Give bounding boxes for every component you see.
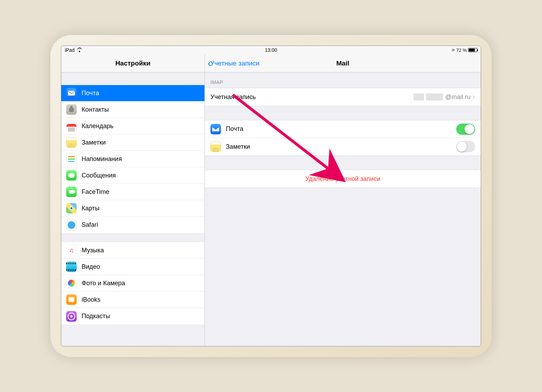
ipad-frame: iPad 13:00 ⟳ 72 % Настройки ПочтаКонтакт… xyxy=(50,35,492,357)
mail-icon xyxy=(210,124,221,134)
sidebar-item-messages[interactable]: Сообщения xyxy=(61,167,204,184)
calendar-icon xyxy=(66,121,77,131)
redacted-block xyxy=(426,93,443,100)
sidebar-item-label: Почта xyxy=(82,90,99,97)
sidebar-item-label: Напоминания xyxy=(82,155,122,163)
detail-title: Mail xyxy=(336,59,349,67)
mail-icon xyxy=(66,88,77,98)
sidebar-title: Настройки xyxy=(115,59,150,67)
device-label: iPad xyxy=(65,47,75,53)
sidebar-item-videos[interactable]: Видео xyxy=(61,259,204,275)
toggle-mail-label: Почта xyxy=(226,125,243,133)
maps-icon xyxy=(66,203,77,214)
music-icon xyxy=(66,245,77,255)
sidebar-item-label: Музыка xyxy=(82,247,104,254)
battery-percent: 72 % xyxy=(456,48,467,53)
messages-icon xyxy=(66,170,77,181)
sidebar-item-ibooks[interactable]: iBooks xyxy=(61,292,204,308)
sidebar-item-safari[interactable]: Safari xyxy=(61,217,204,233)
sidebar-item-music[interactable]: Музыка xyxy=(61,242,204,259)
sidebar-item-label: Фото и Камера xyxy=(82,280,125,287)
svg-rect-0 xyxy=(68,91,75,95)
sidebar-item-label: iBooks xyxy=(82,296,100,303)
wifi-icon xyxy=(77,48,82,52)
sidebar-item-label: Карты xyxy=(82,205,99,212)
delete-account-button[interactable]: Удаление учетной записи xyxy=(205,170,481,188)
orientation-lock-icon: ⟳ xyxy=(452,48,455,52)
toggle-notes-label: Заметки xyxy=(226,143,250,150)
sidebar-item-photos[interactable]: Фото и Камера xyxy=(61,275,204,292)
sidebar-item-label: Календарь xyxy=(82,122,113,130)
toggle-mail[interactable] xyxy=(456,124,475,135)
sidebar-header: Настройки xyxy=(61,54,204,72)
toggle-notes[interactable] xyxy=(456,141,475,152)
settings-sidebar: Настройки ПочтаКонтактыКалендарьЗаметкиН… xyxy=(61,54,205,346)
screen: iPad 13:00 ⟳ 72 % Настройки ПочтаКонтакт… xyxy=(61,46,481,346)
ibooks-icon xyxy=(66,294,77,305)
facetime-icon xyxy=(66,187,77,197)
notes-icon xyxy=(210,141,221,152)
sidebar-item-label: FaceTime xyxy=(82,188,109,196)
chevron-right-icon: › xyxy=(473,92,475,102)
sidebar-item-label: Safari xyxy=(82,221,98,229)
reminders-icon xyxy=(66,154,77,164)
back-button[interactable]: ‹ Учетные записи xyxy=(208,58,259,68)
detail-panel: ‹ Учетные записи Mail IMAP Учетная запис… xyxy=(205,54,481,346)
sidebar-item-label: Подкасты xyxy=(82,313,110,320)
sidebar-item-label: Заметки xyxy=(82,139,106,146)
sidebar-item-notes[interactable]: Заметки xyxy=(61,134,204,151)
sidebar-item-mail[interactable]: Почта xyxy=(61,85,204,102)
detail-header: ‹ Учетные записи Mail xyxy=(205,54,481,72)
sidebar-item-facetime[interactable]: FaceTime xyxy=(61,184,204,200)
sidebar-item-maps[interactable]: Карты xyxy=(61,200,204,217)
redacted-block xyxy=(414,93,424,100)
safari-icon xyxy=(66,220,77,230)
status-bar: iPad 13:00 ⟳ 72 % xyxy=(61,46,481,54)
toggle-row-mail: Почта xyxy=(205,120,481,138)
podcasts-icon xyxy=(66,311,77,322)
sidebar-item-reminders[interactable]: Напоминания xyxy=(61,151,204,167)
sidebar-item-label: Сообщения xyxy=(82,172,116,179)
section-header-imap: IMAP xyxy=(205,72,481,88)
toggle-row-notes: Заметки xyxy=(205,138,481,155)
sidebar-item-podcasts[interactable]: Подкасты xyxy=(61,308,204,324)
contacts-icon xyxy=(66,104,77,115)
videos-icon xyxy=(66,261,77,272)
sidebar-item-label: Видео xyxy=(82,263,100,271)
back-label: Учетные записи xyxy=(210,59,259,67)
sidebar-item-label: Контакты xyxy=(82,106,109,113)
photos-icon xyxy=(66,278,77,288)
notes-icon xyxy=(66,137,77,148)
sidebar-item-contacts[interactable]: Контакты xyxy=(61,102,204,118)
delete-label: Удаление учетной записи xyxy=(305,175,380,183)
sidebar-item-calendar[interactable]: Календарь xyxy=(61,118,204,134)
clock: 13:00 xyxy=(265,47,277,53)
account-value: @mail.ru xyxy=(414,93,470,101)
account-label: Учетная запись xyxy=(210,93,256,101)
account-row[interactable]: Учетная запись @mail.ru › xyxy=(205,88,481,106)
battery-icon xyxy=(468,48,477,52)
